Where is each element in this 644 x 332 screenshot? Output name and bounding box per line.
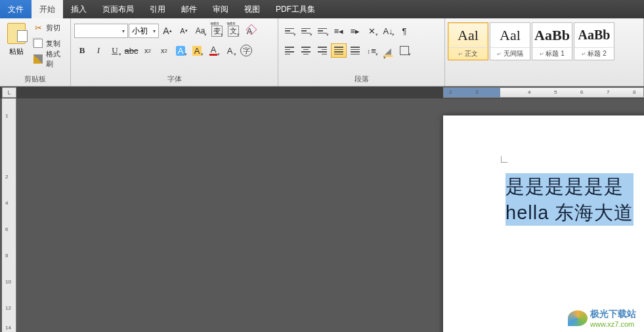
bold-button[interactable]: B [74, 43, 90, 58]
wen-button[interactable]: 文 [225, 24, 241, 38]
ribbon: 粘贴 ✂ 剪切 复制 格式刷 剪贴板 [0, 18, 644, 87]
paste-icon [7, 23, 26, 44]
paste-label: 粘贴 [9, 47, 24, 56]
tab-mail[interactable]: 邮件 [173, 0, 205, 18]
style-no-spacing[interactable]: Aal 无间隔 [490, 22, 530, 60]
paragraph-group-label: 段落 [282, 73, 441, 86]
phonetic-guide-button[interactable]: 变 [209, 24, 225, 38]
tab-view[interactable]: 视图 [236, 0, 268, 18]
brush-icon [33, 54, 43, 64]
align-left-button[interactable] [282, 43, 297, 58]
group-font: ▾ 小初 ▾ A▴ A▾ Aa 变 文 A B I U [71, 18, 278, 86]
char-scaling-button[interactable]: A [222, 43, 238, 58]
strikethrough-button[interactable]: abc [123, 43, 139, 58]
watermark-logo-icon [568, 310, 588, 326]
tab-file[interactable]: 文件 [0, 0, 32, 18]
margin-corner-icon [501, 156, 507, 163]
format-painter-label: 格式刷 [46, 49, 67, 69]
tab-references[interactable]: 引用 [142, 0, 173, 18]
style-name: 无间隔 [490, 47, 530, 60]
group-styles: Aal 正文 Aal 无间隔 AaBb 标题 1 AaBb 标题 2 [445, 18, 644, 86]
subscript-button[interactable]: x2 [140, 43, 156, 58]
shrink-font-button[interactable]: A▾ [176, 24, 192, 38]
menu-tabbar: 文件 开始 插入 页面布局 引用 邮件 审阅 视图 PDF工具集 [0, 0, 644, 18]
italic-button[interactable]: I [91, 43, 106, 58]
highlight-button[interactable]: A [189, 43, 205, 58]
dropdown-icon: ▾ [122, 28, 125, 34]
tab-selector[interactable]: L [2, 87, 16, 98]
align-justify-button[interactable] [331, 43, 347, 58]
tab-home[interactable]: 开始 [32, 0, 63, 18]
align-distribute-button[interactable] [347, 43, 363, 58]
style-heading1[interactable]: AaBb 标题 1 [532, 22, 572, 60]
number-list-button[interactable] [298, 24, 314, 38]
grow-font-button[interactable]: A▴ [160, 24, 175, 38]
align-center-button[interactable] [298, 43, 314, 58]
bullet-list-button[interactable] [282, 24, 297, 38]
line-spacing-button[interactable]: ≡ [364, 43, 379, 58]
border-button[interactable] [397, 43, 412, 58]
vertical-ruler[interactable]: 1 2 4 6 8 10 12 14 [2, 98, 16, 332]
underline-button[interactable]: U [107, 43, 123, 58]
text-effect-button[interactable]: A [173, 43, 188, 58]
style-normal[interactable]: Aal 正文 [448, 22, 488, 60]
font-name-combo[interactable]: ▾ [74, 24, 128, 38]
scissors-icon: ✂ [33, 22, 43, 33]
horizontal-ruler[interactable]: 2 3 4 5 6 7 8 [443, 87, 644, 98]
tab-insert[interactable]: 插入 [63, 0, 95, 18]
font-size-value: 小初 [132, 26, 148, 37]
tab-review[interactable]: 审阅 [205, 0, 236, 18]
align-right-button[interactable] [314, 43, 330, 58]
font-color-button[interactable]: A [205, 43, 221, 58]
tab-layout[interactable]: 页面布局 [95, 0, 142, 18]
decrease-indent-button[interactable]: ≡◂ [331, 24, 347, 38]
text-line-2: hella 东海大道 [505, 199, 633, 226]
watermark-title: 极光下载站 [590, 308, 636, 320]
style-preview: Aal [458, 23, 479, 47]
font-group-label: 字体 [74, 73, 274, 86]
style-name: 正文 [448, 47, 488, 60]
page[interactable]: 是是是是是是 hella 东海大道 [443, 115, 644, 332]
clear-format-button[interactable]: A [242, 24, 257, 38]
shading-button[interactable]: ◢ [380, 43, 396, 58]
format-painter-button[interactable]: 格式刷 [33, 52, 67, 66]
watermark-url: www.xz7.com [590, 320, 636, 328]
multilevel-list-button[interactable] [314, 24, 330, 38]
increase-indent-button[interactable]: ≡▸ [347, 24, 363, 38]
cut-label: 剪切 [46, 23, 60, 33]
work-area: 1 2 4 6 8 10 12 14 是是是是是是 hella 东海大道 [0, 98, 644, 332]
style-name: 标题 1 [532, 47, 572, 60]
clipboard-group-label: 剪贴板 [3, 73, 67, 86]
style-preview: Aal [500, 23, 521, 47]
ruler-row: L 2 3 4 5 6 7 8 [0, 87, 644, 98]
copy-button[interactable]: 复制 [33, 36, 67, 51]
superscript-button[interactable]: x2 [156, 43, 172, 58]
copy-icon [33, 38, 43, 49]
document-canvas[interactable]: 是是是是是是 hella 东海大道 [16, 98, 644, 332]
copy-label: 复制 [46, 39, 60, 49]
cut-button[interactable]: ✂ 剪切 [33, 20, 67, 35]
style-preview: AaBb [534, 23, 570, 47]
enclosed-char-button[interactable]: 字 [238, 43, 254, 58]
group-clipboard: 粘贴 ✂ 剪切 复制 格式刷 剪贴板 [0, 18, 71, 86]
show-marks-button[interactable]: ¶ [397, 24, 412, 38]
change-case-button[interactable]: Aa [192, 24, 208, 38]
style-name: 标题 2 [574, 47, 614, 60]
text-line-1: 是是是是是是 [505, 173, 633, 199]
group-paragraph: ≡◂ ≡▸ ✕ A↓ ¶ ≡ ◢ 段落 [278, 18, 445, 86]
style-heading2[interactable]: AaBb 标题 2 [574, 22, 614, 60]
sort-button[interactable]: A↓ [380, 24, 396, 38]
selected-text[interactable]: 是是是是是是 hella 东海大道 [505, 173, 633, 226]
paste-button[interactable]: 粘贴 [3, 20, 29, 73]
font-size-combo[interactable]: 小初 ▾ [129, 24, 159, 38]
dropdown-icon: ▾ [153, 28, 156, 34]
style-preview: AaBb [578, 23, 611, 47]
watermark: 极光下载站 www.xz7.com [568, 308, 636, 328]
tab-pdf[interactable]: PDF工具集 [268, 0, 323, 18]
text-direction-button[interactable]: ✕ [364, 24, 379, 38]
